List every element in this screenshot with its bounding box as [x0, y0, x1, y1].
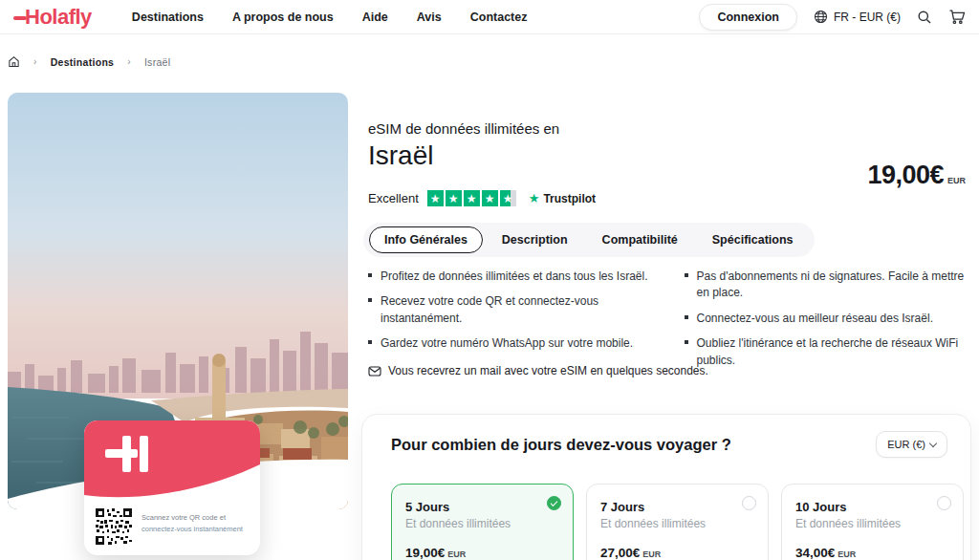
main-nav: Destinations A propos de nous Aide Avis …	[132, 11, 528, 24]
plan-price-currency: EUR	[642, 549, 661, 559]
locale-label: FR - EUR (€)	[834, 11, 901, 24]
currency-dropdown-label: EUR (€)	[887, 439, 925, 450]
trustpilot-star-icon: ★	[529, 191, 540, 205]
star-icon: ★	[482, 190, 498, 206]
benefit-item: Connectez-vous au meilleur réseau des Is…	[685, 311, 968, 327]
breadcrumb-separator: ›	[127, 56, 131, 67]
plan-selection-card: Pour combien de jours devez-vous voyager…	[361, 414, 971, 560]
plan-data-label: Et données illimitées	[405, 517, 559, 530]
mail-notice: Vous recevrez un mail avec votre eSIM en…	[368, 364, 708, 377]
plan-price: 27,00€	[600, 546, 640, 560]
qr-card-red-banner	[84, 420, 260, 508]
nav-item-help[interactable]: Aide	[362, 11, 388, 24]
plan-selected-check-icon	[547, 496, 561, 510]
qr-card-bottom: Scannez votre QR code et connectez-vous …	[96, 508, 243, 545]
benefits-left-column: Profitez de données illimitées et dans t…	[368, 269, 652, 369]
plan-price-currency: EUR	[447, 549, 466, 559]
top-navbar: Holafly Destinations A propos de nous Ai…	[0, 0, 979, 34]
nav-item-reviews[interactable]: Avis	[417, 11, 442, 24]
nav-item-contact[interactable]: Contactez	[470, 11, 528, 24]
plan-radio-icon	[742, 496, 756, 510]
benefit-item: Pas d'abonnements ni de signatures. Faci…	[685, 269, 968, 302]
tab-specifications[interactable]: Spécifications	[697, 226, 809, 253]
plan-data-label: Et données illimitées	[795, 517, 949, 530]
product-supertitle: eSIM de données illimitées en	[368, 120, 559, 137]
breadcrumb: › Destinations › Israël	[8, 55, 170, 68]
plan-price-currency: EUR	[838, 549, 856, 559]
chevron-down-icon	[929, 439, 937, 446]
header-actions: Connexion FR - EUR (€)	[699, 4, 966, 31]
holafly-logo[interactable]: Holafly	[13, 5, 92, 30]
plan-option-7-days[interactable]: 7 Jours Et données illimitées 27,00€ EUR	[586, 484, 769, 560]
tab-description[interactable]: Description	[487, 226, 583, 253]
tab-compatibilite[interactable]: Compatibilité	[587, 226, 693, 253]
plan-radio-icon	[937, 496, 951, 510]
benefit-item: Oubliez l'itinérance et la recherche de …	[685, 335, 968, 369]
half-star-icon: ★	[500, 190, 516, 206]
plan-days: 10 Jours	[795, 500, 949, 514]
page-title: Israël	[368, 140, 433, 171]
home-icon[interactable]	[8, 55, 20, 68]
qr-card-caption: Scannez votre QR code et connectez-vous …	[141, 508, 243, 534]
benefit-item: Profitez de données illimitées et dans t…	[368, 269, 652, 285]
mail-icon	[368, 365, 381, 377]
header-price: 19,00€ EUR	[867, 161, 966, 190]
logo-dash-icon	[13, 16, 27, 20]
rating-word: Excellent	[368, 191, 419, 205]
plan-days: 7 Jours	[600, 500, 754, 514]
cart-button[interactable]	[948, 9, 966, 25]
search-icon	[917, 10, 932, 25]
search-button[interactable]	[917, 10, 932, 25]
plan-data-label: Et données illimitées	[600, 517, 754, 530]
plan-price-row: 34,00€ EUR	[795, 546, 949, 560]
qr-caption-line1: Scannez votre QR code et	[141, 512, 243, 524]
plan-price-row: 27,00€ EUR	[600, 546, 754, 560]
qr-caption-line2: connectez-vous instantanément	[141, 524, 243, 535]
breadcrumb-separator: ›	[33, 56, 37, 67]
logo-text: Holafly	[25, 5, 92, 30]
mail-notice-text: Vous recevrez un mail avec votre eSIM en…	[388, 364, 708, 377]
plan-price-row: 19,00€ EUR	[405, 546, 559, 560]
product-tabs: Info Générales Description Compatibilité…	[363, 223, 815, 257]
benefits-right-column: Pas d'abonnements ni de signatures. Faci…	[685, 269, 968, 369]
plan-option-5-days[interactable]: 5 Jours Et données illimitées 19,00€ EUR	[391, 484, 574, 560]
globe-icon	[814, 10, 828, 24]
plan-options: 5 Jours Et données illimitées 19,00€ EUR…	[391, 484, 964, 560]
plan-days: 5 Jours	[405, 500, 559, 514]
cart-icon	[948, 9, 966, 25]
star-icon: ★	[464, 190, 480, 206]
nav-item-about[interactable]: A propos de nous	[232, 11, 334, 24]
currency-dropdown[interactable]: EUR (€)	[876, 431, 947, 458]
benefit-item: Recevez votre code QR et connectez-vous …	[368, 293, 652, 327]
plan-price: 19,00€	[405, 546, 445, 560]
price-currency: EUR	[947, 176, 966, 185]
language-currency-selector[interactable]: FR - EUR (€)	[814, 10, 901, 24]
qr-code-icon	[96, 508, 132, 545]
trustpilot-rating[interactable]: Excellent ★ ★ ★ ★ ★ ★ Trustpilot	[368, 190, 596, 206]
star-icon: ★	[427, 190, 444, 206]
benefits-lists: Profitez de données illimitées et dans t…	[368, 269, 968, 369]
price-value: 19,00€	[867, 161, 944, 190]
star-rating-icons: ★ ★ ★ ★ ★	[427, 190, 516, 206]
benefit-item: Gardez votre numéro WhatsApp sur votre m…	[368, 335, 652, 352]
plan-question: Pour combien de jours devez-vous voyager…	[391, 436, 731, 454]
star-icon: ★	[446, 190, 462, 206]
tab-info-generales[interactable]: Info Générales	[369, 226, 483, 253]
breadcrumb-destinations[interactable]: Destinations	[51, 56, 115, 68]
trustpilot-mark: ★ Trustpilot	[529, 191, 596, 205]
breadcrumb-current-israel: Israël	[144, 56, 170, 68]
esim-qr-card: Scannez votre QR code et connectez-vous …	[84, 420, 260, 555]
plan-option-10-days[interactable]: 10 Jours Et données illimitées 34,00€ EU…	[781, 484, 964, 560]
plan-price: 34,00€	[795, 546, 835, 560]
login-button[interactable]: Connexion	[699, 4, 797, 31]
trustpilot-label: Trustpilot	[543, 192, 596, 205]
nav-item-destinations[interactable]: Destinations	[132, 11, 204, 24]
esim-product-page: Holafly Destinations A propos de nous Ai…	[0, 0, 979, 560]
